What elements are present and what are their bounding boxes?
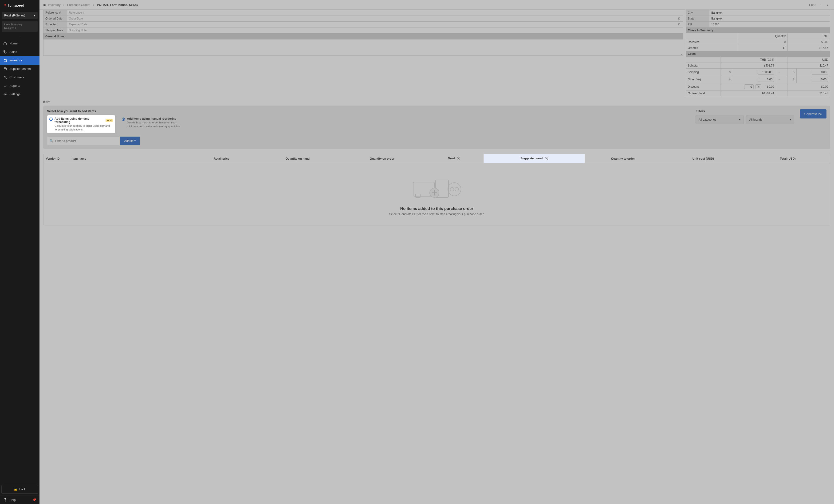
nav-sales-label: Sales [9,50,17,53]
breadcrumb-purchase-orders[interactable]: Purchase Orders [67,3,90,6]
general-notes-header: General Notes [43,33,683,40]
po-prefix: PO: [97,3,102,6]
nav-settings[interactable]: Settings [0,90,40,98]
state-value[interactable]: Bangkok [709,16,830,22]
breadcrumb-inventory[interactable]: Inventory [48,3,60,6]
sidebar-collapse-toggle[interactable]: ⌄ [0,34,40,39]
nav-settings-label: Settings [9,92,20,96]
lock-button[interactable]: 🔒 Lock [1,485,38,494]
box-icon [3,59,7,62]
categories-select[interactable]: All categories ▾ [696,115,744,124]
nav-customers[interactable]: Customers [0,73,40,82]
calendar-icon[interactable]: 🗓 [678,23,681,26]
other-thb-input[interactable] [758,77,774,82]
search-icon: 🔍 [50,139,53,143]
checkin-header: Check In Summary [686,27,830,34]
other-usd-input[interactable] [812,77,828,82]
pager-next[interactable]: › [826,2,830,7]
thb-symbol: ฿ [721,76,733,83]
col-suggested-need[interactable]: Suggested need ? [484,154,585,163]
nav-reports[interactable]: Reports [0,82,40,90]
product-search[interactable]: 🔍 [47,137,120,145]
checkin-received-total: $0.00 [788,39,830,45]
shipping-thb-input[interactable] [758,70,774,74]
nav-reports-label: Reports [9,84,20,87]
city-value[interactable]: Bangkok [709,10,830,16]
checkin-received-qty: 0 [739,39,788,45]
zip-value[interactable]: 10260 [709,22,830,27]
col-qty-on-order[interactable]: Quantity on order [340,154,424,163]
reference-input[interactable]: Reference # [67,10,683,16]
col-total[interactable]: Total (USD) [745,154,830,163]
nav-inventory-label: Inventory [9,59,22,62]
nav-home-label: Home [9,42,18,45]
radio-manual-title: Add items using manual reordering [127,117,185,120]
main-nav: Home Sales Inventory Supplier Market Cus… [0,39,40,98]
col-retail-price[interactable]: Retail price [188,154,255,163]
product-search-input[interactable] [55,137,117,145]
shipping-label: Shipping [686,69,721,76]
shipping-note-label: Shipping Note [43,27,67,34]
checkin-ordered-total: $16.47 [788,45,830,51]
nav-sales[interactable]: Sales [0,48,40,56]
radio-forecast-desc: Calculate your quantity to order using d… [54,124,113,131]
help-button[interactable]: ❔ Help 📌 [0,496,40,504]
arrow-icon: → [776,69,787,76]
nav-customers-label: Customers [9,75,24,79]
discount-thb: ฿0.00 [767,85,774,88]
pager-prev[interactable]: ‹ [818,2,823,7]
product-selector[interactable]: Retail (R-Series) ▾ [2,12,38,19]
store-register-info[interactable]: Lee's Dumpling Register 1 [2,21,38,32]
breadcrumb-sep [92,3,95,6]
help-icon[interactable]: ? [545,157,548,160]
svg-rect-10 [416,194,420,197]
pin-icon[interactable]: 📌 [32,498,36,502]
checkin-received-label: Received [686,39,739,45]
calendar-icon[interactable]: 🗓 [678,17,681,20]
nav-supplier-market-label: Supplier Market [9,67,31,70]
pager-text: 1 of 2 [808,3,816,6]
flame-icon [3,3,6,8]
costs-table: Costs THB (0.33) USD Subtotal [686,51,830,96]
discount-unit-select[interactable]: % [755,84,761,89]
col-item-name[interactable]: Item name [69,154,188,163]
empty-illustration-icon [411,175,463,201]
brand-logo: lightspeed [0,0,40,10]
ordered-total-thb: ฿1501.74 [721,90,776,96]
general-notes-textarea[interactable] [43,39,683,56]
add-item-button[interactable]: Add item [120,137,140,145]
radio-icon [49,117,53,121]
sidebar: lightspeed Retail (R-Series) ▾ Lee's Dum… [0,0,40,504]
ordered-date-input[interactable]: Order Date 🗓 [67,16,683,22]
col-unit-cost[interactable]: Unit cost (USD) [661,154,746,163]
radio-forecast-title: Add items using demand forecasting [54,117,104,124]
shipping-usd-input[interactable] [812,70,828,74]
ordered-total-label: Ordered Total [686,90,721,96]
brands-select-label: All brands [749,118,762,121]
register-name: Register 1 [4,26,35,30]
col-suggested-need-label: Suggested need [521,157,543,160]
col-qty-to-order[interactable]: Quantity to order [585,154,661,163]
subtotal-usd: $16.47 [787,63,830,69]
nav-inventory[interactable]: Inventory [0,56,40,65]
nav-home[interactable]: Home [0,39,40,48]
discount-usd: $0.00 [787,83,830,90]
col-vendor-id[interactable]: Vendor ID [43,154,69,163]
discount-value-input[interactable] [744,84,753,89]
radio-demand-forecasting[interactable]: Add items using demand forecasting NEW C… [47,115,115,133]
usd-symbol: $ [787,69,796,76]
checkin-summary-table: Check In Summary Quantity Total Received… [686,27,830,51]
col-need[interactable]: Need ? [424,154,484,163]
shipping-note-input[interactable]: Shipping Note [67,27,683,34]
radio-manual-reordering[interactable]: Add items using manual reordering Decide… [119,115,188,133]
col-qty-on-hand[interactable]: Quantity on hand [255,154,340,163]
brands-select[interactable]: All brands ▾ [746,115,794,124]
generate-po-button[interactable]: Generate PO [800,109,827,118]
expected-date-input[interactable]: Expected Date 🗓 [67,22,683,27]
nav-supplier-market[interactable]: Supplier Market [0,65,40,73]
help-icon[interactable]: ? [457,157,460,160]
checkin-ordered-label: Ordered [686,45,739,51]
empty-title: No items added to this purchase order [48,206,825,211]
po-details-form: Reference # Reference # Ordered Date Ord… [43,9,683,34]
chart-icon [3,84,7,88]
